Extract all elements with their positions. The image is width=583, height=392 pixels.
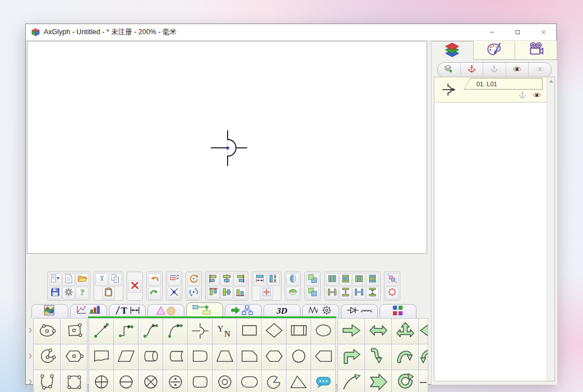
paste-button[interactable] [102, 287, 115, 300]
group-objects-button[interactable] [386, 273, 399, 286]
palette-cell-arrow-double-h[interactable] [365, 319, 391, 344]
palette-cell-circle-times[interactable] [138, 370, 163, 392]
panel-tab-style[interactable] [474, 41, 516, 59]
palette-cell-process-rect[interactable] [237, 319, 261, 344]
redo-button[interactable] [148, 287, 161, 300]
palette-cell-connector-scurve[interactable] [138, 319, 163, 344]
layer-merge-down-icon[interactable] [518, 91, 527, 102]
palette-cell-document[interactable] [89, 344, 113, 370]
palette-cell-node-polyline[interactable] [34, 370, 60, 392]
drawing-canvas[interactable] [27, 41, 427, 254]
palette-cell-arrow-curve-left[interactable] [419, 344, 428, 370]
minimize-button[interactable] [479, 24, 505, 40]
delete-button[interactable] [128, 280, 141, 293]
fit-height-button[interactable] [267, 273, 280, 286]
palette-cell-arrow-u-turn[interactable] [392, 344, 418, 370]
palette-cell-trapezoid[interactable] [212, 344, 237, 370]
palette-cell-connector-elbow[interactable] [114, 319, 138, 344]
palette-cell-circle[interactable] [286, 344, 311, 370]
space-h2-button[interactable] [353, 287, 365, 300]
flip-v-button[interactable] [286, 287, 299, 300]
cut-button[interactable]: ✂ [95, 273, 108, 286]
palette-cell-node-arc[interactable] [34, 344, 60, 370]
palette-cell-arrow-right[interactable] [338, 319, 364, 344]
tab-flowchart[interactable] [186, 302, 223, 318]
align-left-button[interactable] [207, 273, 220, 286]
palette-cell-terminator[interactable] [311, 319, 335, 344]
palette-cell-arrow-left[interactable] [419, 319, 428, 344]
scroll-up-button[interactable] [547, 77, 554, 84]
snap-grid-button[interactable] [168, 273, 181, 286]
palette-cell-node-ellipse[interactable] [34, 319, 60, 344]
titlebar[interactable]: AxGlyph - Untitled - * 未注册 - 200% - 毫米 [26, 24, 556, 41]
palette-cell-comment-bubble[interactable] [311, 370, 335, 392]
palette-cell-circle-minus[interactable] [114, 370, 138, 392]
palette-cell-pie-notch[interactable] [262, 370, 286, 392]
space-v-button[interactable] [339, 287, 352, 300]
tab-color-blocks[interactable] [380, 304, 417, 318]
rotate-button[interactable] [187, 273, 200, 286]
palette-cell-circle-divide[interactable] [163, 370, 187, 392]
copy-button[interactable] [109, 273, 122, 286]
tab-circuit[interactable] [341, 304, 378, 318]
palette-cell-arrow-three-way[interactable] [392, 319, 418, 344]
palette-cell-line-jump[interactable] [188, 319, 212, 344]
dist-v2-button[interactable] [366, 273, 379, 286]
center-page-button[interactable] [260, 287, 273, 300]
palette-cell-triangle[interactable] [286, 370, 311, 392]
dist-h-button[interactable] [326, 273, 339, 286]
bring-front-button[interactable] [306, 273, 319, 286]
palette-cell-decision-diamond[interactable] [262, 319, 286, 344]
palette-row-3-expand-button[interactable] [27, 370, 33, 392]
panel-tab-animation[interactable] [515, 41, 557, 59]
maximize-button[interactable] [505, 24, 530, 40]
layer-visibility-icon[interactable] [533, 91, 542, 102]
palette-cell-parallelogram[interactable] [114, 344, 138, 370]
palette-cell-arrow-jump[interactable] [419, 370, 428, 392]
help-button[interactable]: ? [76, 287, 89, 300]
node-edit-button[interactable] [168, 287, 181, 300]
palette-cell-direct-data[interactable] [138, 344, 163, 370]
dist-h2-button[interactable] [353, 273, 365, 286]
palette-cell-yn-labels[interactable]: YN [212, 319, 237, 344]
palette-cell-rounded-rect[interactable] [188, 370, 212, 392]
close-button[interactable] [530, 24, 556, 40]
palette-cell-point-left[interactable] [311, 344, 335, 370]
layer-row[interactable]: 01. L01 [434, 77, 547, 102]
palette-cell-arrow-notched[interactable] [365, 370, 391, 392]
dots-circle-button[interactable] [386, 287, 399, 300]
add-layer-button[interactable] [438, 63, 461, 77]
send-back-button[interactable] [306, 287, 319, 300]
palette-cell-circle-plus[interactable] [89, 370, 113, 392]
space-v2-button[interactable] [366, 287, 379, 300]
palette-cell-arrow-s-down[interactable] [365, 344, 391, 370]
space-h-button[interactable] [326, 287, 339, 300]
open-folder-button[interactable] [76, 273, 89, 286]
palette-cell-arrow-swoosh[interactable] [338, 370, 364, 392]
palette-cell-arrow-rotate-cw[interactable] [392, 370, 418, 392]
palette-cell-stadium[interactable] [237, 370, 261, 392]
visibility-off-button[interactable] [529, 63, 551, 77]
palette-cell-card[interactable] [237, 344, 261, 370]
palette-cell-display[interactable] [188, 344, 212, 370]
visibility-on-button[interactable] [506, 63, 529, 77]
palette-cell-node-curve-square[interactable] [61, 370, 87, 392]
palette-cell-arrow-turn-right[interactable] [338, 344, 364, 370]
panel-tab-layers[interactable] [432, 41, 474, 60]
dist-v-button[interactable] [339, 273, 352, 286]
fit-width-button[interactable] [253, 273, 266, 286]
palette-cell-stored-data[interactable] [163, 344, 187, 370]
mirror-button[interactable] [187, 287, 200, 300]
save-button[interactable] [49, 287, 62, 300]
align-bottom-button[interactable] [234, 287, 247, 300]
palette-cell-connector-arc[interactable] [163, 319, 187, 344]
layer-scrollbar[interactable] [547, 77, 554, 381]
new-doc-button[interactable] [62, 273, 75, 286]
palette-cell-connector-line[interactable] [89, 319, 113, 344]
palette-cell-hexagon[interactable] [262, 344, 286, 370]
undo-button[interactable] [148, 273, 161, 286]
merge-down-button[interactable] [461, 63, 484, 77]
palette-cell-node-rect[interactable] [61, 319, 87, 344]
palette-row-1-expand-button[interactable] [27, 318, 33, 344]
align-middle-button[interactable] [220, 287, 233, 300]
